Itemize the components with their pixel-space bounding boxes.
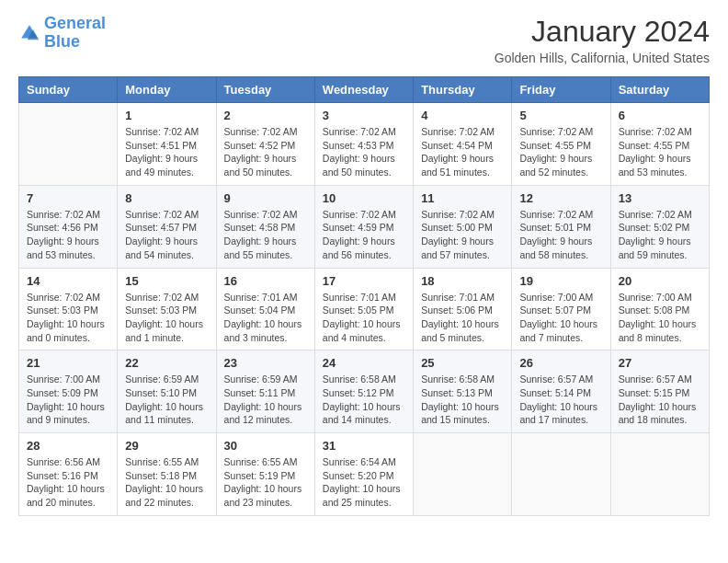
calendar-cell: 11Sunrise: 7:02 AMSunset: 5:00 PMDayligh… xyxy=(414,185,512,268)
day-number: 11 xyxy=(421,191,504,205)
day-number: 28 xyxy=(27,439,109,453)
day-number: 6 xyxy=(619,109,701,122)
day-info: Sunrise: 7:02 AMSunset: 4:52 PMDaylight:… xyxy=(224,125,307,179)
day-info: Sunrise: 6:55 AMSunset: 5:18 PMDaylight:… xyxy=(125,455,208,510)
month-title: January 2024 xyxy=(495,15,710,49)
calendar-cell xyxy=(19,103,118,186)
calendar-week-row: 7Sunrise: 7:02 AMSunset: 4:56 PMDaylight… xyxy=(19,185,710,268)
day-number: 24 xyxy=(323,356,405,370)
calendar-week-row: 21Sunrise: 7:00 AMSunset: 5:09 PMDayligh… xyxy=(19,350,710,433)
day-number: 27 xyxy=(619,356,701,370)
calendar-cell: 12Sunrise: 7:02 AMSunset: 5:01 PMDayligh… xyxy=(512,185,610,268)
title-block: January 2024 Golden Hills, California, U… xyxy=(495,15,710,65)
calendar-header-tuesday: Tuesday xyxy=(216,77,314,103)
day-number: 29 xyxy=(125,439,208,453)
logo-text: General Blue xyxy=(44,15,106,52)
day-info: Sunrise: 7:02 AMSunset: 4:51 PMDaylight:… xyxy=(125,125,208,179)
day-info: Sunrise: 7:00 AMSunset: 5:07 PMDaylight:… xyxy=(519,291,602,345)
calendar-header-friday: Friday xyxy=(512,77,610,103)
calendar-cell: 1Sunrise: 7:02 AMSunset: 4:51 PMDaylight… xyxy=(118,103,216,186)
day-info: Sunrise: 7:02 AMSunset: 5:01 PMDaylight:… xyxy=(519,208,602,262)
calendar-cell: 15Sunrise: 7:02 AMSunset: 5:03 PMDayligh… xyxy=(118,268,216,350)
location: Golden Hills, California, United States xyxy=(495,51,710,65)
day-info: Sunrise: 6:59 AMSunset: 5:10 PMDaylight:… xyxy=(125,373,208,427)
calendar-body: 1Sunrise: 7:02 AMSunset: 4:51 PMDaylight… xyxy=(19,103,710,516)
calendar-cell: 7Sunrise: 7:02 AMSunset: 4:56 PMDaylight… xyxy=(19,185,118,268)
calendar-week-row: 14Sunrise: 7:02 AMSunset: 5:03 PMDayligh… xyxy=(19,268,710,350)
calendar-table: SundayMondayTuesdayWednesdayThursdayFrid… xyxy=(18,76,710,516)
calendar-cell: 17Sunrise: 7:01 AMSunset: 5:05 PMDayligh… xyxy=(314,268,413,350)
calendar-cell: 20Sunrise: 7:00 AMSunset: 5:08 PMDayligh… xyxy=(610,268,709,350)
day-number: 8 xyxy=(125,191,208,205)
day-info: Sunrise: 7:02 AMSunset: 4:59 PMDaylight:… xyxy=(323,208,405,262)
day-number: 18 xyxy=(421,274,504,288)
day-number: 25 xyxy=(421,356,504,370)
calendar-cell: 4Sunrise: 7:02 AMSunset: 4:54 PMDaylight… xyxy=(414,103,512,186)
day-info: Sunrise: 7:02 AMSunset: 4:53 PMDaylight:… xyxy=(323,125,405,179)
calendar-cell: 29Sunrise: 6:55 AMSunset: 5:18 PMDayligh… xyxy=(118,433,216,516)
day-number: 14 xyxy=(27,274,109,288)
logo-line2: Blue xyxy=(44,32,80,51)
day-info: Sunrise: 6:57 AMSunset: 5:15 PMDaylight:… xyxy=(619,373,701,427)
day-number: 22 xyxy=(125,356,208,370)
day-number: 13 xyxy=(619,191,701,205)
calendar-cell: 21Sunrise: 7:00 AMSunset: 5:09 PMDayligh… xyxy=(19,350,118,433)
calendar-cell: 14Sunrise: 7:02 AMSunset: 5:03 PMDayligh… xyxy=(19,268,118,350)
day-number: 16 xyxy=(224,274,307,288)
calendar-cell: 18Sunrise: 7:01 AMSunset: 5:06 PMDayligh… xyxy=(414,268,512,350)
calendar-week-row: 1Sunrise: 7:02 AMSunset: 4:51 PMDaylight… xyxy=(19,103,710,186)
calendar-cell: 26Sunrise: 6:57 AMSunset: 5:14 PMDayligh… xyxy=(512,350,610,433)
logo-icon xyxy=(18,22,40,44)
day-info: Sunrise: 7:02 AMSunset: 4:57 PMDaylight:… xyxy=(125,208,208,262)
day-number: 20 xyxy=(619,274,701,288)
calendar-header-row: SundayMondayTuesdayWednesdayThursdayFrid… xyxy=(19,77,710,103)
calendar-header-saturday: Saturday xyxy=(610,77,709,103)
logo-line1: General xyxy=(44,14,106,32)
calendar-cell xyxy=(610,433,709,516)
calendar-cell xyxy=(512,433,610,516)
page-header: General Blue January 2024 Golden Hills, … xyxy=(18,15,710,65)
day-info: Sunrise: 6:57 AMSunset: 5:14 PMDaylight:… xyxy=(519,373,602,427)
calendar-cell: 24Sunrise: 6:58 AMSunset: 5:12 PMDayligh… xyxy=(314,350,413,433)
calendar-cell: 8Sunrise: 7:02 AMSunset: 4:57 PMDaylight… xyxy=(118,185,216,268)
logo: General Blue xyxy=(18,15,106,52)
day-info: Sunrise: 7:02 AMSunset: 5:03 PMDaylight:… xyxy=(125,291,208,345)
calendar-cell xyxy=(414,433,512,516)
day-number: 4 xyxy=(421,109,504,122)
day-info: Sunrise: 7:02 AMSunset: 4:55 PMDaylight:… xyxy=(619,125,701,179)
day-info: Sunrise: 7:00 AMSunset: 5:08 PMDaylight:… xyxy=(619,291,701,345)
calendar-cell: 28Sunrise: 6:56 AMSunset: 5:16 PMDayligh… xyxy=(19,433,118,516)
calendar-cell: 6Sunrise: 7:02 AMSunset: 4:55 PMDaylight… xyxy=(610,103,709,186)
day-info: Sunrise: 6:58 AMSunset: 5:13 PMDaylight:… xyxy=(421,373,504,427)
day-info: Sunrise: 7:02 AMSunset: 5:03 PMDaylight:… xyxy=(27,291,109,345)
calendar-cell: 10Sunrise: 7:02 AMSunset: 4:59 PMDayligh… xyxy=(314,185,413,268)
calendar-header-thursday: Thursday xyxy=(414,77,512,103)
day-info: Sunrise: 7:01 AMSunset: 5:04 PMDaylight:… xyxy=(224,291,307,345)
day-number: 1 xyxy=(125,109,208,122)
day-number: 3 xyxy=(323,109,405,122)
day-info: Sunrise: 7:02 AMSunset: 4:56 PMDaylight:… xyxy=(27,208,109,262)
day-number: 15 xyxy=(125,274,208,288)
day-number: 5 xyxy=(519,109,602,122)
calendar-cell: 27Sunrise: 6:57 AMSunset: 5:15 PMDayligh… xyxy=(610,350,709,433)
calendar-cell: 19Sunrise: 7:00 AMSunset: 5:07 PMDayligh… xyxy=(512,268,610,350)
calendar-cell: 30Sunrise: 6:55 AMSunset: 5:19 PMDayligh… xyxy=(216,433,314,516)
calendar-week-row: 28Sunrise: 6:56 AMSunset: 5:16 PMDayligh… xyxy=(19,433,710,516)
day-number: 17 xyxy=(323,274,405,288)
day-info: Sunrise: 7:02 AMSunset: 5:00 PMDaylight:… xyxy=(421,208,504,262)
calendar-cell: 25Sunrise: 6:58 AMSunset: 5:13 PMDayligh… xyxy=(414,350,512,433)
day-info: Sunrise: 7:02 AMSunset: 4:54 PMDaylight:… xyxy=(421,125,504,179)
day-number: 31 xyxy=(323,439,405,453)
day-info: Sunrise: 7:01 AMSunset: 5:06 PMDaylight:… xyxy=(421,291,504,345)
calendar-cell: 9Sunrise: 7:02 AMSunset: 4:58 PMDaylight… xyxy=(216,185,314,268)
day-info: Sunrise: 6:55 AMSunset: 5:19 PMDaylight:… xyxy=(224,455,307,510)
day-number: 10 xyxy=(323,191,405,205)
calendar-cell: 5Sunrise: 7:02 AMSunset: 4:55 PMDaylight… xyxy=(512,103,610,186)
day-number: 23 xyxy=(224,356,307,370)
day-number: 21 xyxy=(27,356,109,370)
day-info: Sunrise: 7:02 AMSunset: 5:02 PMDaylight:… xyxy=(619,208,701,262)
calendar-header-wednesday: Wednesday xyxy=(314,77,413,103)
day-number: 7 xyxy=(27,191,109,205)
calendar-cell: 3Sunrise: 7:02 AMSunset: 4:53 PMDaylight… xyxy=(314,103,413,186)
day-number: 2 xyxy=(224,109,307,122)
